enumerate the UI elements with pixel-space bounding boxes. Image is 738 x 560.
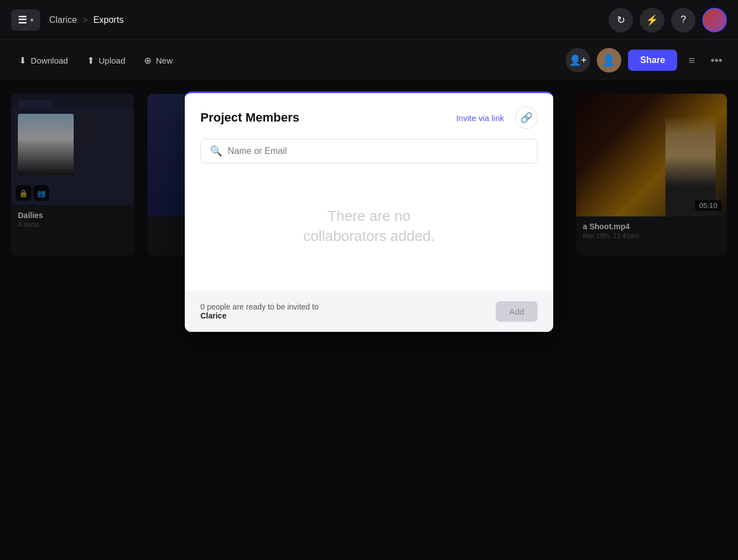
upload-label: Upload (99, 56, 126, 65)
list-view-button[interactable]: ≡ (684, 50, 699, 71)
download-button[interactable]: ⬇ Download (11, 51, 76, 70)
project-members-modal: Project Members Invite via link 🔗 🔍 Ther… (185, 91, 553, 332)
invite-via-link-button[interactable]: Invite via link (456, 113, 504, 123)
breadcrumb-current: Exports (93, 15, 123, 25)
list-icon: ≡ (688, 54, 695, 66)
download-label: Download (31, 56, 68, 65)
modal-search-area: 🔍 (185, 139, 553, 172)
search-icon: 🔍 (210, 145, 222, 157)
app-icon: ☰ (18, 14, 27, 26)
add-member-button[interactable]: 👤+ (566, 48, 590, 73)
download-icon: ⬇ (19, 55, 26, 66)
modal-empty-state: There are no collaborators added. (185, 172, 553, 291)
more-options-button[interactable]: ••• (706, 50, 727, 71)
modal-footer-info: 0 people are ready to be invited to Clar… (200, 302, 319, 320)
nav-right-actions: ↻ ⚡ ? (608, 8, 727, 32)
app-menu-button[interactable]: ☰ ▾ (11, 9, 40, 31)
search-box: 🔍 (200, 139, 538, 163)
lightning-icon: ⚡ (646, 14, 658, 26)
lightning-button[interactable]: ⚡ (640, 8, 664, 32)
link-icon: 🔗 (520, 112, 533, 124)
refresh-icon: ↻ (617, 14, 625, 26)
content-area: 🔒 👥 Dailies 4 items 05:10 a Shoot.mp4 Ma… (0, 80, 738, 560)
refresh-button[interactable]: ↻ (608, 8, 633, 32)
toolbar: ⬇ Download ⬆ Upload ⊕ New 👤+ 👤 Share ≡ •… (0, 40, 738, 80)
add-button[interactable]: Add (496, 301, 538, 322)
empty-state-text: There are no collaborators added. (200, 206, 538, 247)
modal-header: Project Members Invite via link 🔗 (185, 93, 553, 139)
member-avatar-image: 👤 (602, 54, 616, 67)
add-member-icon: 👤+ (569, 54, 587, 66)
avatar[interactable] (702, 8, 727, 32)
copy-link-button[interactable]: 🔗 (515, 107, 538, 129)
new-label: New (156, 56, 172, 65)
toolbar-right: 👤+ 👤 Share ≡ ••• (566, 48, 727, 73)
top-nav: ☰ ▾ Clarice > Exports ↻ ⚡ ? (0, 0, 738, 40)
breadcrumb: Clarice > Exports (49, 15, 123, 25)
new-button[interactable]: ⊕ New (136, 51, 180, 70)
footer-count: 0 people are ready to be invited to (200, 302, 319, 311)
upload-icon: ⬆ (87, 55, 94, 66)
search-input[interactable] (228, 146, 528, 156)
breadcrumb-root[interactable]: Clarice (49, 15, 77, 25)
modal-overlay[interactable]: Project Members Invite via link 🔗 🔍 Ther… (0, 80, 738, 560)
modal-title: Project Members (200, 110, 449, 125)
member-avatar[interactable]: 👤 (597, 48, 621, 73)
help-icon: ? (681, 14, 686, 26)
share-button[interactable]: Share (628, 50, 677, 71)
help-button[interactable]: ? (671, 8, 696, 32)
footer-project-name: Clarice (200, 311, 227, 320)
modal-footer: 0 people are ready to be invited to Clar… (185, 291, 553, 332)
more-icon: ••• (711, 54, 722, 66)
plus-icon: ⊕ (144, 55, 151, 66)
breadcrumb-separator: > (83, 15, 88, 25)
share-label: Share (640, 55, 665, 65)
upload-button[interactable]: ⬆ Upload (79, 51, 133, 70)
chevron-down-icon: ▾ (30, 16, 33, 24)
